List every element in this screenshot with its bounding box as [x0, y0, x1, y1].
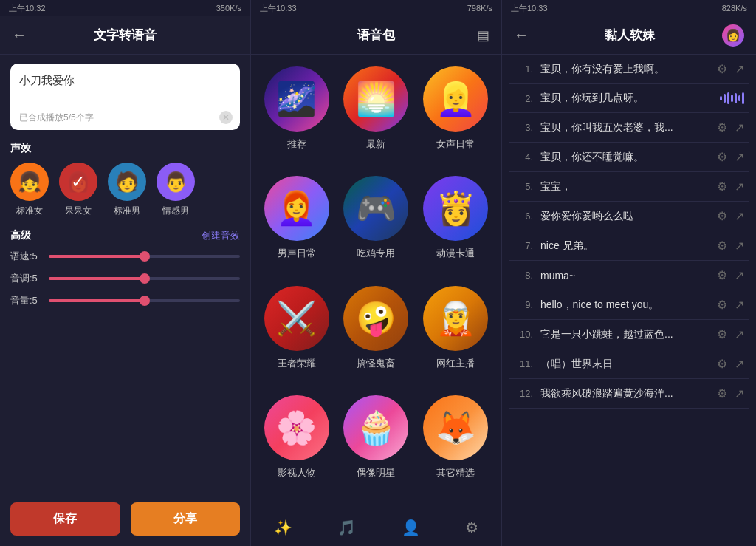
share-icon-12[interactable]: ↗	[735, 386, 744, 400]
share-icon-3[interactable]: ↗	[735, 120, 744, 134]
mid-bottom-nav: ✨ 🎵 👤 ⚙	[251, 508, 501, 546]
share-icon-6[interactable]: ↗	[735, 209, 744, 223]
nav-music[interactable]: 🎵	[337, 519, 356, 536]
phrase-item-2[interactable]: 2. 宝贝，你玩到几点呀。	[509, 84, 749, 113]
share-icon-5[interactable]: ↗	[735, 180, 744, 194]
phrase-item-10[interactable]: 10. 它是一只小跳蛙，越过蓝色... ⚙ ↗	[509, 320, 749, 349]
phrase-num-6: 6.	[514, 211, 533, 222]
grid-label-12: 其它精选	[436, 466, 475, 480]
phrase-text-7: nice 兄弟。	[540, 239, 709, 253]
grid-avatar-8: 🤪	[343, 286, 408, 351]
grid-item-pubg[interactable]: 🎮 吃鸡专用	[341, 176, 412, 276]
share-icon-11[interactable]: ↗	[735, 357, 744, 371]
grid-label-3: 女声日常	[436, 137, 475, 151]
phrase-text-3: 宝贝，你叫我五次老婆，我...	[540, 121, 709, 134]
voice-option-standard-female[interactable]: 👧 标准女	[10, 163, 49, 217]
tune-icon-9[interactable]: ⚙	[717, 298, 727, 312]
voice-option-standard-male[interactable]: 🧑 标准男	[108, 163, 146, 217]
grid-label-2: 最新	[366, 137, 385, 151]
tune-icon-3[interactable]: ⚙	[717, 120, 727, 134]
phrase-item-11[interactable]: 11. （唱）世界末日 ⚙ ↗	[509, 349, 749, 379]
phrase-item-12[interactable]: 12. 我欲乘风破浪踏遍黄沙海洋... ⚙ ↗	[509, 379, 749, 409]
right-back-button[interactable]: ←	[514, 27, 529, 44]
clear-button[interactable]: ✕	[219, 111, 233, 124]
phrase-item-5[interactable]: 5. 宝宝， ⚙ ↗	[509, 172, 749, 202]
grid-avatar-2: 🌅	[343, 66, 408, 132]
voice-option-emotional-male[interactable]: 👨 情感男	[157, 163, 195, 217]
tune-icon-1[interactable]: ⚙	[717, 62, 727, 76]
speed-label: 语速:5	[10, 250, 41, 263]
mid-speed: 798K/s	[467, 4, 492, 13]
tune-icon-7[interactable]: ⚙	[717, 239, 727, 253]
tune-icon-5[interactable]: ⚙	[717, 180, 727, 194]
phrase-item-1[interactable]: 1. 宝贝，你有没有爱上我啊。 ⚙ ↗	[509, 55, 749, 84]
phrase-actions-1: ⚙ ↗	[717, 62, 744, 76]
phrase-item-8[interactable]: 8. muma~ ⚙ ↗	[509, 261, 749, 290]
voice-option-cute-female[interactable]: 👩 呆呆女	[59, 163, 97, 217]
grid-item-latest[interactable]: 🌅 最新	[341, 66, 412, 167]
voice-grid: 🌌 推荐 🌅 最新 👱‍♀️ 女声日常 👩‍🦰 男声日常 🎮 吃鸡专用 👸 动漫…	[251, 55, 501, 508]
grid-item-anime[interactable]: 👸 动漫卡通	[420, 176, 491, 276]
tune-icon-6[interactable]: ⚙	[717, 209, 727, 223]
tune-icon-12[interactable]: ⚙	[717, 386, 727, 400]
nav-settings[interactable]: ⚙	[465, 519, 478, 536]
advanced-header: 高级 创建音效	[10, 229, 240, 242]
grid-item-male-daily[interactable]: 👩‍🦰 男声日常	[261, 176, 332, 276]
tune-icon-8[interactable]: ⚙	[717, 268, 727, 282]
nav-sparkle[interactable]: ✨	[274, 519, 292, 536]
create-effect-button[interactable]: 创建音效	[202, 229, 240, 242]
text-content[interactable]: 小刀我爱你	[19, 72, 231, 89]
left-header: ← 文字转语音	[0, 16, 250, 55]
left-speed: 350K/s	[216, 4, 241, 13]
text-input-area[interactable]: 小刀我爱你 已合成播放5/5个字 ✕	[10, 64, 240, 130]
left-back-button[interactable]: ←	[12, 27, 27, 44]
grid-label-8: 搞怪鬼畜	[357, 357, 395, 370]
grid-item-film[interactable]: 🌸 影视人物	[261, 395, 332, 496]
phrase-num-7: 7.	[514, 240, 533, 251]
share-icon-1[interactable]: ↗	[735, 62, 744, 76]
share-icon-4[interactable]: ↗	[735, 150, 744, 164]
phrase-item-7[interactable]: 7. nice 兄弟。 ⚙ ↗	[509, 231, 749, 261]
tune-icon-11[interactable]: ⚙	[717, 357, 727, 371]
pitch-slider[interactable]	[49, 277, 240, 280]
advanced-section: 高级 创建音效 语速:5 音调:5 音量:5	[0, 225, 250, 321]
grid-item-honor-kings[interactable]: ⚔️ 王者荣耀	[261, 286, 332, 386]
nav-user[interactable]: 👤	[402, 519, 420, 536]
tune-icon-4[interactable]: ⚙	[717, 150, 727, 164]
phrase-item-9[interactable]: 9. hello，nice to meet you。 ⚙ ↗	[509, 290, 749, 320]
waveform-icon	[720, 92, 744, 105]
grid-item-recommend[interactable]: 🌌 推荐	[261, 66, 332, 167]
grid-item-female-daily[interactable]: 👱‍♀️ 女声日常	[420, 66, 491, 167]
grid-item-other[interactable]: 🦊 其它精选	[420, 395, 491, 496]
share-icon-9[interactable]: ↗	[735, 298, 744, 312]
voice-name-4: 情感男	[162, 205, 189, 217]
library-icon[interactable]: ▤	[477, 27, 489, 44]
grid-avatar-1: 🌌	[264, 66, 329, 132]
phrase-item-4[interactable]: 4. 宝贝，你还不睡觉嘛。 ⚙ ↗	[509, 143, 749, 172]
phrase-item-3[interactable]: 3. 宝贝，你叫我五次老婆，我... ⚙ ↗	[509, 113, 749, 143]
save-button[interactable]: 保存	[10, 502, 120, 536]
phrase-actions-2	[720, 92, 744, 105]
pitch-label: 音调:5	[10, 272, 41, 285]
phrase-actions-6: ⚙ ↗	[717, 209, 744, 223]
speed-slider[interactable]	[49, 255, 240, 258]
grid-label-9: 网红主播	[436, 357, 475, 370]
grid-item-internet-celebrity[interactable]: 🧝 网红主播	[420, 286, 491, 386]
mid-time: 上午10:33	[260, 3, 297, 14]
phrase-actions-5: ⚙ ↗	[717, 180, 744, 194]
phrase-actions-7: ⚙ ↗	[717, 239, 744, 253]
share-button[interactable]: 分享	[131, 502, 241, 536]
tune-icon-10[interactable]: ⚙	[717, 327, 727, 341]
grid-avatar-12: 🦊	[423, 395, 488, 460]
grid-item-funny[interactable]: 🤪 搞怪鬼畜	[341, 286, 412, 386]
voice-name-3: 标准男	[114, 205, 140, 217]
phrase-text-1: 宝贝，你有没有爱上我啊。	[540, 63, 709, 76]
volume-slider[interactable]	[49, 299, 240, 302]
phrase-actions-4: ⚙ ↗	[717, 150, 744, 164]
phrase-item-6[interactable]: 6. 爱你爱你爱哟么么哒 ⚙ ↗	[509, 202, 749, 231]
share-icon-8[interactable]: ↗	[735, 268, 744, 282]
grid-item-idol[interactable]: 🧁 偶像明星	[341, 395, 412, 496]
phrase-text-8: muma~	[540, 270, 709, 281]
share-icon-7[interactable]: ↗	[735, 239, 744, 253]
share-icon-10[interactable]: ↗	[735, 327, 744, 341]
